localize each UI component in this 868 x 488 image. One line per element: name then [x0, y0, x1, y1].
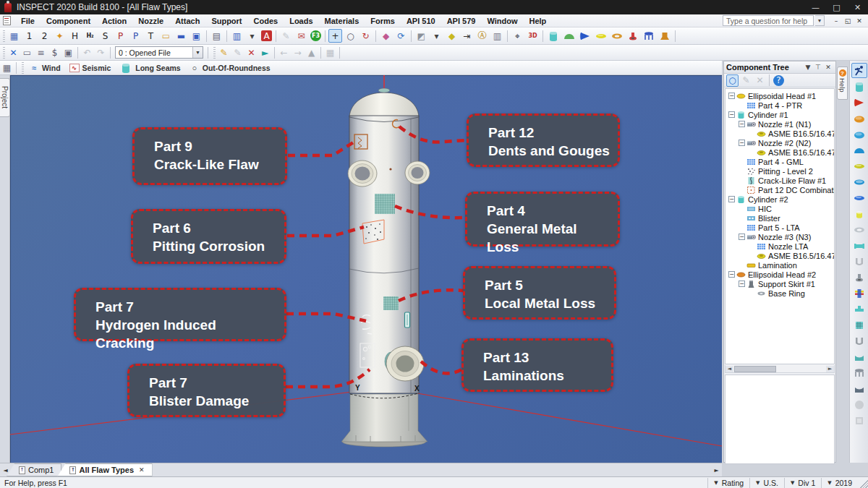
tree-item-part-4-ptr[interactable]: Part 4 - PTR: [726, 100, 834, 110]
sphere-tool-icon[interactable]: [851, 397, 867, 412]
tree-item-asme-b16-5-16-47-flar[interactable]: ASME B16.5/16.47 flar: [726, 147, 834, 157]
detach-icon[interactable]: ✕: [7, 46, 20, 59]
view-cube-icon[interactable]: ◩: [414, 29, 428, 43]
status-dropdown-u-s-[interactable]: ▼U.S.: [749, 478, 784, 488]
delete-item-icon[interactable]: ✕: [754, 74, 766, 87]
project-tab[interactable]: Project: [0, 78, 10, 117]
tree-item-nozzle-1-n1-[interactable]: −Nozzle #1 (N1): [726, 119, 834, 129]
menu-api-510[interactable]: API 510: [401, 14, 441, 27]
question-caret-icon[interactable]: ▾: [815, 15, 825, 26]
flange-stack-tool-icon[interactable]: [851, 286, 867, 301]
status-dropdown-div-1[interactable]: ▼Div 1: [784, 478, 821, 488]
saddle-tool-icon[interactable]: [851, 381, 867, 396]
menu-nozzle[interactable]: Nozzle: [132, 14, 169, 27]
pdf-export-icon[interactable]: A: [261, 30, 272, 41]
collapse-icon[interactable]: −: [728, 196, 735, 202]
ellipsoidal-head-tool-icon[interactable]: [851, 111, 867, 126]
tree-item-hic[interactable]: HIC: [726, 204, 834, 213]
pan-icon[interactable]: +: [328, 29, 342, 43]
document-icon[interactable]: [3, 16, 11, 25]
component-tree-header[interactable]: Component Tree ▼⊤✕: [724, 61, 835, 74]
tree-item-ellipsoidal-head-1[interactable]: −Ellipsoidal Head #1: [726, 91, 834, 100]
resize-grip[interactable]: [858, 478, 868, 488]
annotation-3d-icon[interactable]: 3D: [526, 29, 540, 43]
scroll-right-icon[interactable]: ►: [826, 366, 834, 372]
pin-view-icon[interactable]: ⇥: [460, 29, 474, 43]
collapse-icon[interactable]: −: [739, 121, 745, 127]
undo-icon[interactable]: ↶: [81, 46, 93, 59]
tree-item-blister[interactable]: Blister: [726, 213, 834, 223]
tree-item-nozzle-2-n2-[interactable]: −Nozzle #2 (N2): [726, 138, 834, 147]
collapse-icon[interactable]: −: [728, 111, 735, 118]
shell-cup-tool-icon[interactable]: [851, 254, 867, 269]
tab-scroll-right-icon[interactable]: ►: [711, 463, 722, 476]
delete-component-icon[interactable]: ✕: [245, 46, 258, 59]
close-panel-icon[interactable]: ✕: [823, 62, 833, 72]
tree-item-crack-like-flaw-1[interactable]: Crack-Like Flaw #1: [726, 176, 834, 185]
view-caret-icon[interactable]: ▾: [430, 29, 443, 43]
cylinder-tool-icon[interactable]: [851, 79, 867, 94]
edit-report-icon[interactable]: ✎: [279, 29, 293, 43]
back-icon[interactable]: ←: [278, 46, 290, 59]
h2-report-icon[interactable]: H₂: [83, 29, 97, 43]
s-report-icon[interactable]: S: [98, 29, 112, 43]
edit-component-icon[interactable]: ✎: [218, 46, 230, 59]
minimize-button[interactable]: —: [805, 0, 826, 14]
save-icon[interactable]: ▬: [174, 29, 188, 43]
add-cylinder-icon[interactable]: [546, 29, 561, 43]
cost-icon[interactable]: $: [48, 46, 61, 59]
combo-caret-icon[interactable]: ▼: [192, 47, 203, 58]
pin-icon[interactable]: ⊤: [813, 62, 823, 72]
tree-item-part-12-dc-combination[interactable]: Part 12 DC Combination: [726, 185, 834, 194]
menu-window[interactable]: Window: [481, 14, 523, 27]
tee-tool-icon[interactable]: [851, 301, 867, 317]
p-report-icon[interactable]: P: [114, 29, 127, 43]
tree-item-part-5-lta[interactable]: Part 5 - LTA: [726, 223, 834, 232]
viewport-3d[interactable]: Y X Part 9Crack-Like FlawPart 12Dents an…: [10, 75, 722, 463]
menu-help[interactable]: Help: [523, 14, 552, 27]
flat-head-tool-icon[interactable]: [851, 158, 867, 174]
annotate-icon[interactable]: Ⓐ: [475, 29, 489, 43]
tab-close-icon[interactable]: ✕: [139, 466, 145, 474]
shell-section-tool-icon[interactable]: [851, 333, 867, 348]
report-1-icon[interactable]: 1: [22, 29, 36, 43]
wizard-icon[interactable]: ✦: [53, 29, 67, 43]
question-help-box[interactable]: Type a question for help: [723, 15, 814, 26]
t-report-icon[interactable]: T: [144, 29, 158, 43]
goto-icon[interactable]: ►: [259, 46, 271, 59]
menu-api-579[interactable]: API 579: [441, 14, 482, 27]
body-flange-tool-icon[interactable]: [851, 206, 867, 221]
new-report-icon[interactable]: ▦: [7, 29, 21, 43]
search-icon[interactable]: ○: [726, 74, 739, 87]
menu-action[interactable]: Action: [96, 14, 132, 27]
add-nozzle-icon[interactable]: [626, 29, 640, 43]
add-leg-icon[interactable]: [642, 29, 656, 43]
menu-codes[interactable]: Codes: [248, 14, 284, 27]
shading-icon[interactable]: ▥: [490, 29, 504, 43]
add-cone-icon[interactable]: [578, 29, 592, 43]
nozzle-tool-icon[interactable]: [851, 270, 867, 285]
tree-item-support-skirt-1[interactable]: −Support Skirt #1: [726, 279, 834, 288]
forward-icon[interactable]: →: [292, 46, 304, 59]
hemispherical-head-tool-icon[interactable]: [851, 142, 867, 158]
mdi-close-button[interactable]: ✕: [854, 15, 865, 26]
load-toggle-long-seams[interactable]: Long Seams: [119, 63, 180, 73]
menu-loads[interactable]: Loads: [284, 14, 318, 27]
layout-icon[interactable]: ▦: [1, 61, 13, 74]
status-dropdown-2019[interactable]: ▼2019: [821, 478, 858, 488]
jacket-tool-icon[interactable]: [851, 413, 867, 428]
tree-item-cylinder-2[interactable]: −Cylinder #2: [726, 194, 834, 204]
load-toggle-wind[interactable]: ≈Wind: [29, 63, 61, 73]
load-toggle-out-of-roundness[interactable]: ○Out-Of-Roundness: [190, 63, 271, 73]
flat-cover-tool-icon[interactable]: [851, 190, 867, 205]
collapse-icon[interactable]: −: [728, 93, 735, 99]
tree-item-asme-b16-5-16-47-flar[interactable]: ASME B16.5/16.47 flar: [726, 251, 834, 260]
refresh-icon[interactable]: ⟳: [394, 29, 408, 43]
dished-head-tool-icon[interactable]: [851, 174, 867, 189]
doc-tab-comp1[interactable]: ↑Comp1: [7, 463, 61, 476]
tree-item-asme-b16-5-16-47-flar[interactable]: ASME B16.5/16.47 flar: [726, 129, 834, 138]
pipe-tool-icon[interactable]: [851, 238, 867, 253]
torispherical-head-tool-icon[interactable]: [851, 127, 867, 142]
scroll-thumb[interactable]: [734, 366, 776, 372]
load-toggle-seismic[interactable]: ∿Seismic: [69, 63, 111, 73]
